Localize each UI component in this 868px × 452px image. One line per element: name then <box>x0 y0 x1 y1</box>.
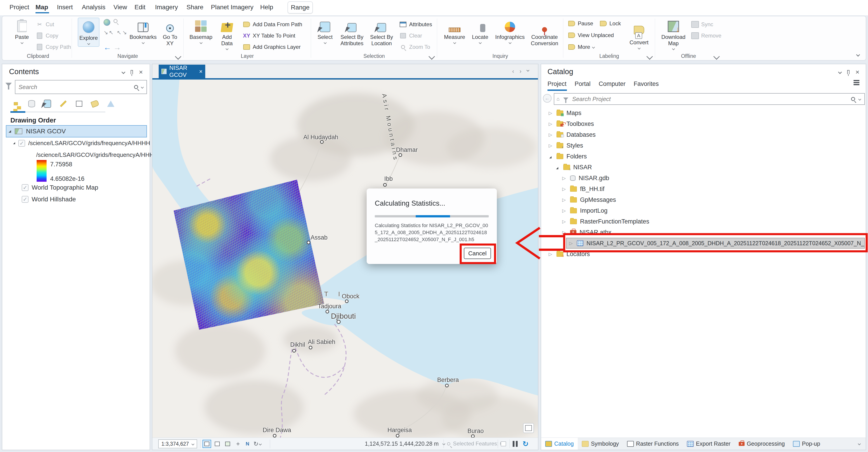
full-extent-icon[interactable] <box>103 19 110 26</box>
chevron-down-icon[interactable] <box>141 86 144 89</box>
tree-item-locators[interactable]: ▷⌂Locators <box>541 249 866 259</box>
close-icon[interactable]: × <box>855 69 860 75</box>
snapping-crosshair-button[interactable]: + <box>234 440 242 448</box>
expander-collapsed-icon[interactable]: ▷ <box>561 197 567 202</box>
chevron-down-icon[interactable] <box>858 98 861 101</box>
panel-menu-chevron-icon[interactable] <box>122 70 125 74</box>
tree-item-rasterfunctiontemplates[interactable]: ▷RasterFunctionTemplates <box>541 216 866 227</box>
tree-item-maps[interactable]: ▷▦Maps <box>541 107 866 119</box>
menu-icon[interactable] <box>854 79 860 86</box>
menu-help[interactable]: Help <box>260 4 273 11</box>
dock-tab-geoprocessing[interactable]: Geoprocessing <box>735 438 789 450</box>
refresh-button[interactable]: ↻ <box>521 440 530 448</box>
menu-share[interactable]: Share <box>186 4 204 11</box>
tab-scroll-left-icon[interactable]: ‹ <box>512 68 514 75</box>
expander-collapsed-icon[interactable]: ▷ <box>548 122 553 126</box>
catalog-tab-portal[interactable]: Portal <box>575 80 591 88</box>
dock-tab-catalog[interactable]: Catalog <box>541 438 578 450</box>
zoom-to-selection-button[interactable]: Zoom To <box>399 42 430 52</box>
menu-insert[interactable]: Insert <box>57 4 73 11</box>
add-data-button[interactable]: Add Data <box>216 18 238 50</box>
expander-expanded-icon[interactable] <box>13 142 15 144</box>
copy-button[interactable]: Copy <box>36 31 58 41</box>
tab-list-by-drawing-order[interactable] <box>10 99 21 109</box>
sync-button[interactable]: Sync <box>691 20 713 29</box>
more-labeling-button[interactable]: More <box>568 42 594 52</box>
previous-extent-icon[interactable]: ← → <box>103 43 121 52</box>
menu-map[interactable]: Map <box>35 4 48 11</box>
layer-row-topographic[interactable]: ✓ World Topographic Map <box>22 184 98 191</box>
dock-tab-export-raster[interactable]: Export Raster <box>683 438 735 450</box>
pin-icon[interactable] <box>131 70 133 74</box>
dock-tab-popup[interactable]: Pop-up <box>789 438 825 450</box>
expander-collapsed-icon[interactable]: ▷ <box>548 111 553 115</box>
view-unplaced-button[interactable]: View Unplaced <box>568 30 614 40</box>
tab-list-by-selection[interactable] <box>42 99 53 109</box>
clear-selection-button[interactable]: Clear <box>399 31 422 41</box>
pin-icon[interactable] <box>847 70 849 74</box>
paste-button[interactable]: Paste <box>9 18 34 44</box>
expander-collapsed-icon[interactable]: ▷ <box>548 252 553 256</box>
tree-item-h5-file[interactable]: ▷ NISAR_L2_PR_GCOV_005_172_A_008_2005_DH… <box>566 238 865 249</box>
select-button[interactable]: Select <box>314 18 336 44</box>
collapse-ribbon-button[interactable] <box>857 53 860 57</box>
map-overview-button[interactable] <box>523 423 534 433</box>
tab-list-by-labeling[interactable] <box>90 99 100 109</box>
expander-collapsed-icon[interactable]: ▷ <box>548 132 553 137</box>
layer-checkbox[interactable]: ✓ <box>22 196 29 203</box>
tree-item-styles[interactable]: ▷◐Styles <box>541 140 866 151</box>
contextual-tab-range[interactable]: Range <box>287 1 313 13</box>
fixed-zoom-icons[interactable]: ↘↖ ↖↘ <box>103 29 128 36</box>
menu-edit[interactable]: Edit <box>134 4 145 11</box>
menu-planet-imagery[interactable]: Planet Imagery <box>211 4 253 11</box>
expander-expanded-icon[interactable] <box>8 130 11 133</box>
tree-item-nisar-atbx[interactable]: ▷NISAR.atbx <box>541 227 866 238</box>
tree-item-toolboxes[interactable]: ▷Toolboxes <box>541 119 866 129</box>
filter-icon[interactable] <box>5 83 12 86</box>
go-to-xy-button[interactable]: Go To XY <box>159 18 181 46</box>
tree-item-gpmessages[interactable]: ▷GpMessages <box>541 194 866 205</box>
tree-item-nisar-gdb[interactable]: ▷NISAR.gdb <box>541 173 866 184</box>
cut-button[interactable]: ✂Cut <box>36 20 54 29</box>
layer-checkbox[interactable]: ✓ <box>22 184 29 191</box>
catalog-tab-computer[interactable]: Computer <box>599 80 626 88</box>
panel-menu-chevron-icon[interactable] <box>838 70 842 74</box>
menu-view[interactable]: View <box>114 4 127 11</box>
table-view-button[interactable] <box>213 440 221 448</box>
copy-path-button[interactable]: Copy Path <box>36 42 71 52</box>
layout-grid-button[interactable] <box>223 440 232 448</box>
contents-search-input[interactable] <box>16 84 134 91</box>
coordinate-readout[interactable]: 1,124,572.15 1,444,220.28 m <box>365 441 445 447</box>
bookmarks-button[interactable]: Bookmarks <box>128 18 158 44</box>
search-icon[interactable] <box>851 97 855 101</box>
tree-item-importlog[interactable]: ▷ImportLog <box>541 205 866 216</box>
expander-expanded-icon[interactable] <box>554 164 560 171</box>
layer-row-nisar-gcov[interactable]: NISAR GCOV <box>6 125 147 137</box>
tree-item-databases[interactable]: ▷Databases <box>541 129 866 140</box>
select-by-attributes-button[interactable]: Select By Attributes <box>338 18 366 46</box>
tree-item-folders[interactable]: Folders <box>541 151 866 162</box>
select-by-location-button[interactable]: Select By Location <box>368 18 395 46</box>
menu-analysis[interactable]: Analysis <box>82 4 105 11</box>
cancel-button[interactable]: Cancel <box>464 248 491 259</box>
map-tab-nisar-gcov[interactable]: NISAR GCOV × <box>159 65 205 78</box>
layer-row-raster[interactable]: ✓ /science/LSAR/GCOV/grids/frequencyA/HH… <box>13 140 150 147</box>
menu-imagery[interactable]: Imagery <box>155 4 178 11</box>
locate-button[interactable]: Locate <box>469 18 491 44</box>
explore-button[interactable]: Explore <box>78 18 99 47</box>
tree-item-nisar[interactable]: ⌂NISAR <box>541 162 866 173</box>
back-button[interactable]: ← <box>543 94 552 103</box>
filter-icon[interactable] <box>563 98 568 101</box>
layer-checkbox[interactable]: ✓ <box>18 140 25 147</box>
catalog-tab-project[interactable]: Project <box>548 80 566 88</box>
snap-grid-button[interactable] <box>203 440 211 448</box>
tab-list-by-editing[interactable] <box>58 99 69 109</box>
remove-button[interactable]: Remove <box>691 31 721 41</box>
tab-list-by-snapping[interactable] <box>74 99 85 109</box>
lock-labels-button[interactable]: Lock <box>599 19 621 29</box>
coordinate-conversion-button[interactable]: Coordinate Conversion <box>528 18 561 46</box>
tab-scroll-right-icon[interactable]: › <box>520 68 522 75</box>
pause-labeling-button[interactable]: Pause <box>568 19 593 29</box>
measure-button[interactable]: Measure <box>442 18 467 44</box>
download-map-button[interactable]: Download Map <box>659 18 688 50</box>
